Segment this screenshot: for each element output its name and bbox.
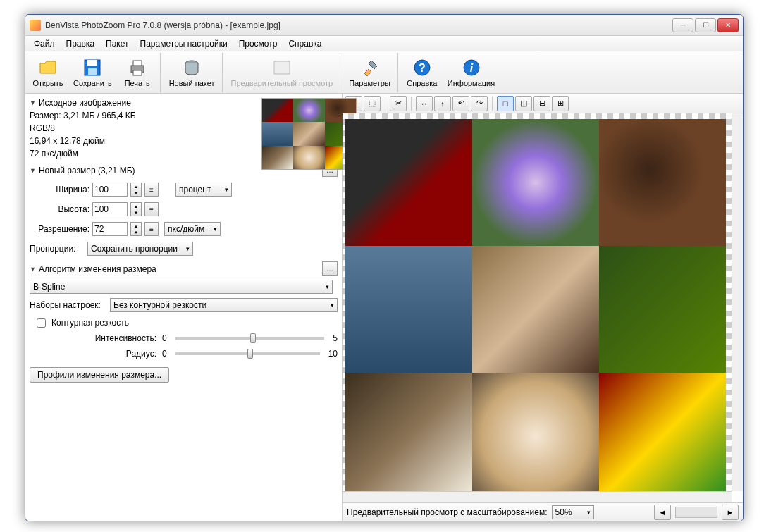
print-button[interactable]: Печать — [118, 54, 157, 91]
app-icon — [30, 20, 41, 31]
save-button[interactable]: Сохранить — [69, 54, 116, 91]
params-button[interactable]: Параметры — [345, 54, 395, 91]
algorithm-more-button[interactable]: … — [322, 261, 338, 276]
menu-batch[interactable]: Пакет — [100, 37, 134, 50]
statusbar: Предварительный просмотр с масштабирован… — [343, 502, 743, 521]
bottom-scrollbar[interactable] — [675, 507, 717, 518]
horizontal-scrollbar[interactable] — [343, 491, 732, 502]
view-quad-button[interactable]: ⊞ — [552, 96, 569, 111]
svg-text:i: i — [469, 62, 473, 74]
svg-rect-2 — [88, 68, 97, 75]
radius-slider[interactable] — [175, 352, 320, 355]
titlebar: BenVista PhotoZoom Pro 7.0.8 (wersja pró… — [25, 15, 743, 36]
vertical-scrollbar[interactable] — [732, 113, 743, 491]
info-button[interactable]: i Информация — [443, 54, 499, 91]
preview-image — [345, 119, 726, 500]
view-single-button[interactable]: □ — [497, 96, 514, 111]
resolution-unit-select[interactable]: пкс/дюйм — [164, 222, 221, 236]
height-spinner[interactable]: ▲▼ — [130, 202, 142, 216]
menubar: Файл Правка Пакет Параметры настройки Пр… — [25, 36, 743, 51]
select-tool[interactable]: ⬚ — [364, 96, 381, 111]
zoom-select[interactable]: 50% — [552, 505, 594, 519]
menu-options[interactable]: Параметры настройки — [135, 37, 233, 50]
open-button[interactable]: Открыть — [28, 54, 68, 91]
menu-help[interactable]: Справка — [283, 37, 327, 50]
rotate-ccw-tool[interactable]: ↶ — [452, 96, 469, 111]
radius-label: Радиус: — [72, 349, 156, 359]
close-button[interactable]: ✕ — [717, 18, 739, 32]
intensity-min: 0 — [162, 333, 167, 343]
help-button[interactable]: ? Справка — [402, 54, 442, 91]
printer-icon — [128, 58, 147, 78]
proportions-label: Пропорции: — [30, 244, 85, 254]
height-lock-button[interactable]: ≡ — [144, 202, 159, 216]
radius-min: 0 — [162, 349, 167, 359]
algorithm-select[interactable]: B-Spline — [30, 280, 333, 294]
image-icon — [272, 58, 292, 78]
main-toolbar: Открыть Сохранить Печать Новый пакет Пре… — [25, 51, 743, 94]
view-split-v-button[interactable]: ⊟ — [533, 96, 550, 111]
width-label: Ширина: — [30, 185, 90, 194]
view-split-h-button[interactable]: ◫ — [515, 96, 532, 111]
resolution-input[interactable] — [92, 222, 128, 236]
database-plus-icon — [182, 58, 202, 78]
help-icon: ? — [412, 58, 432, 78]
svg-text:?: ? — [419, 62, 426, 74]
algorithm-section-header[interactable]: Алгоритм изменения размера — [30, 264, 319, 274]
rotate-cw-tool[interactable]: ↷ — [471, 96, 488, 111]
presets-label: Наборы настроек: — [30, 300, 107, 310]
svg-rect-1 — [87, 60, 97, 66]
app-window: BenVista PhotoZoom Pro 7.0.8 (wersja pró… — [25, 14, 744, 521]
presets-select[interactable]: Без контурной резкости — [110, 298, 338, 312]
flip-h-tool[interactable]: ↔ — [416, 96, 433, 111]
open-folder-icon — [38, 58, 58, 78]
info-icon: i — [462, 58, 481, 78]
svg-rect-4 — [133, 61, 142, 66]
width-spinner[interactable]: ▲▼ — [130, 183, 142, 197]
unsharp-checkbox[interactable] — [37, 318, 46, 328]
left-panel: Исходное изображение Размер: 3,21 МБ / 9… — [25, 94, 343, 521]
new-batch-button[interactable]: Новый пакет — [165, 54, 219, 91]
intensity-max: 5 — [333, 333, 338, 343]
intensity-slider[interactable] — [175, 337, 325, 340]
unsharp-label: Контурная резкость — [51, 318, 129, 328]
preview-button[interactable]: Предварительный просмотр — [227, 54, 338, 91]
scroll-right-button[interactable]: ► — [722, 505, 739, 520]
width-input[interactable] — [92, 183, 128, 197]
flip-v-tool[interactable]: ↕ — [434, 96, 451, 111]
height-label: Высота: — [30, 204, 90, 214]
radius-max: 10 — [328, 349, 338, 359]
size-unit-select[interactable]: процент — [175, 183, 232, 197]
minimize-button[interactable]: ─ — [672, 18, 693, 32]
scroll-left-button[interactable]: ◄ — [654, 505, 671, 520]
resize-profiles-button[interactable]: Профили изменения размера... — [30, 367, 169, 383]
resolution-spinner[interactable]: ▲▼ — [130, 222, 142, 236]
menu-view[interactable]: Просмотр — [233, 37, 283, 50]
width-lock-button[interactable]: ≡ — [144, 183, 159, 197]
menu-file[interactable]: Файл — [28, 37, 61, 50]
resolution-label: Разрешение: — [30, 224, 90, 234]
svg-rect-7 — [274, 61, 290, 74]
zoom-label: Предварительный просмотр с масштабирован… — [347, 507, 548, 517]
crop-tool[interactable]: ✂ — [390, 96, 407, 111]
window-title: BenVista PhotoZoom Pro 7.0.8 (wersja pró… — [45, 20, 672, 30]
preview-area[interactable] — [343, 113, 743, 502]
menu-edit[interactable]: Правка — [61, 37, 101, 50]
svg-rect-5 — [133, 70, 142, 75]
floppy-icon — [82, 58, 102, 78]
maximize-button[interactable]: ☐ — [695, 18, 716, 32]
height-input[interactable] — [92, 202, 128, 216]
right-panel: ✋ ⬚ ✂ ↔ ↕ ↶ ↷ □ ◫ ⊟ ⊞ — [343, 94, 743, 521]
tools-icon — [360, 58, 380, 78]
view-toolbar: ✋ ⬚ ✂ ↔ ↕ ↶ ↷ □ ◫ ⊟ ⊞ — [343, 94, 743, 113]
proportions-select[interactable]: Сохранить пропорции — [87, 242, 193, 256]
resolution-lock-button[interactable]: ≡ — [144, 222, 159, 236]
intensity-label: Интенсивность: — [72, 333, 156, 343]
